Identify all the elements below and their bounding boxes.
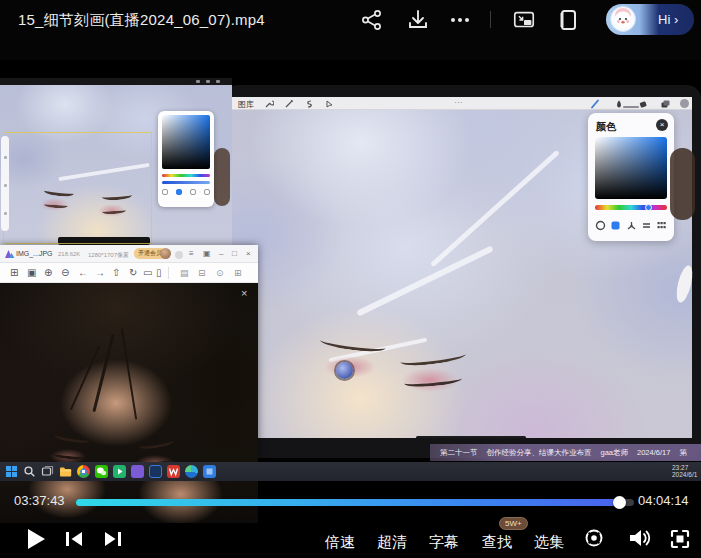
photoshop-icon[interactable]	[149, 465, 162, 478]
fullscreen-icon[interactable]	[668, 527, 692, 551]
eraser-tool-icon[interactable]	[638, 99, 648, 109]
selection-rectangle	[3, 132, 152, 244]
mini-capture-toolbar	[0, 78, 232, 85]
rotate-image-icon[interactable]: ↻	[129, 267, 137, 278]
banner-topic: 创作经验分享、结课大作业布置	[487, 448, 592, 458]
subtitle-button[interactable]: 字幕	[429, 533, 459, 552]
selection-icon[interactable]	[304, 99, 314, 109]
progress-handle[interactable]	[613, 496, 626, 509]
start-button-icon[interactable]	[5, 465, 18, 478]
file-explorer-icon[interactable]	[59, 465, 72, 478]
video-frame[interactable]: 图库 ⋯	[0, 60, 701, 481]
hue-slider[interactable]	[595, 205, 667, 210]
assistant-button[interactable]: Hi ›	[606, 4, 694, 35]
color-panel-close-icon[interactable]: ×	[656, 119, 668, 131]
picture-in-picture-icon[interactable]	[512, 8, 536, 32]
viewer-close-icon[interactable]: ×	[246, 249, 251, 258]
photo-close-icon[interactable]: ×	[241, 287, 247, 299]
download-icon[interactable]	[406, 8, 430, 32]
total-duration: 04:04:14	[638, 493, 689, 508]
edge-icon[interactable]	[185, 465, 198, 478]
mini-color-mode-row	[162, 189, 210, 195]
delete-image-icon[interactable]: ▭	[143, 267, 152, 278]
titlebar-divider	[490, 11, 491, 28]
ocr-icon[interactable]: ⊙	[216, 268, 224, 278]
viewer-user-avatar[interactable]	[160, 248, 171, 259]
panel-drag-handle[interactable]	[623, 106, 639, 108]
red-w-app-icon[interactable]	[167, 465, 180, 478]
progress-bar[interactable]	[76, 499, 634, 506]
episodes-button[interactable]: 选集	[534, 533, 564, 552]
purple-app-icon[interactable]	[131, 465, 144, 478]
layers-icon[interactable]	[660, 99, 670, 109]
next-episode-button[interactable]	[103, 530, 123, 548]
playback-speed-button[interactable]: 倍速	[325, 533, 355, 552]
previous-episode-button[interactable]	[64, 530, 84, 548]
assistant-avatar-icon	[608, 4, 639, 35]
settings-target-icon[interactable]	[583, 527, 605, 549]
taskbar-clock[interactable]: 23:27 2024/6/1	[672, 464, 701, 478]
share-image-icon[interactable]: ⇧	[112, 267, 120, 278]
canvas-more-handle[interactable]: ⋯	[454, 98, 462, 107]
brush-size-sidebar[interactable]	[1, 136, 9, 231]
color-palettes-mode-icon[interactable]	[656, 220, 667, 231]
procreate-gallery-button[interactable]: 图库	[238, 99, 254, 110]
compress-icon[interactable]: ⊟	[198, 268, 206, 278]
transform-arrow-icon[interactable]	[324, 99, 334, 109]
artist-finger	[670, 148, 695, 220]
find-count-badge: 5W+	[499, 517, 528, 530]
color-value-mode-icon[interactable]	[641, 220, 652, 231]
actual-size-icon[interactable]: ▣	[27, 267, 36, 278]
fit-screen-icon[interactable]: ⊞	[10, 267, 18, 278]
banner-teacher: gaa老师	[601, 448, 629, 458]
task-view-icon[interactable]	[41, 465, 54, 478]
edit-list-icon[interactable]: ▤	[180, 268, 189, 278]
next-image-icon[interactable]: →	[95, 267, 105, 278]
color-panel-title: 颜色	[596, 120, 616, 134]
color-panel: 颜色 ×	[588, 113, 674, 241]
volume-icon[interactable]	[626, 525, 652, 551]
viewer-titlebar[interactable]: IMG_...JPG 218.62K 1280*1707像素 开通会员 ≡ ▣ …	[0, 245, 258, 263]
mini-player-icon[interactable]	[556, 8, 580, 32]
share-icon[interactable]	[360, 8, 384, 32]
viewer-sync-icon[interactable]	[175, 251, 183, 259]
saturation-brightness-square[interactable]	[595, 137, 667, 199]
color-disc-mode-icon[interactable]	[595, 220, 606, 231]
viewer-restore-icon[interactable]: ▣	[203, 249, 211, 258]
viewer-menu-icon[interactable]: ≡	[189, 249, 194, 258]
viewer-toolbar: ⊞ ▣ ⊕ ⊖ ← → ⇧ ↻ ▭ ▯ ▤ ⊟ ⊙ ⊞	[0, 263, 258, 283]
mini-color-square	[162, 115, 210, 169]
phone-transfer-icon[interactable]: ▯	[156, 267, 162, 278]
active-color-swatch[interactable]	[680, 99, 689, 108]
color-harmony-mode-icon[interactable]	[626, 220, 637, 231]
actions-wrench-icon[interactable]	[264, 99, 274, 109]
media-player-icon[interactable]	[113, 465, 126, 478]
video-title: 15_细节刻画(直播2024_06_07).mp4	[18, 11, 265, 30]
assistant-label: Hi ›	[658, 12, 678, 27]
current-time: 03:37:43	[14, 493, 65, 508]
viewer-maximize-icon[interactable]: □	[232, 249, 237, 258]
more-icon[interactable]	[448, 8, 472, 32]
blue-app-icon[interactable]	[203, 465, 216, 478]
mini-artist-finger	[214, 148, 230, 206]
windows-taskbar	[0, 462, 701, 481]
more-tools-icon[interactable]: ⊞	[234, 268, 242, 278]
mini-color-panel	[158, 111, 214, 207]
play-button[interactable]	[22, 526, 48, 552]
find-button[interactable]: 查找	[482, 533, 512, 552]
zoom-in-icon[interactable]: ⊕	[44, 267, 52, 278]
lesson-banner: 第二十一节 创作经验分享、结课大作业布置 gaa老师 2024/6/17 第	[430, 444, 701, 461]
viewer-minimize-icon[interactable]: –	[219, 249, 223, 258]
quality-button[interactable]: 超清	[377, 533, 407, 552]
zoom-out-icon[interactable]: ⊖	[61, 267, 69, 278]
wechat-icon[interactable]	[95, 465, 108, 478]
color-mode-tabs	[595, 217, 667, 233]
prev-image-icon[interactable]: ←	[78, 267, 88, 278]
search-icon[interactable]	[23, 465, 36, 478]
clock-time: 23:27	[672, 464, 701, 471]
viewer-app-logo-icon	[4, 249, 15, 259]
brush-tool-icon[interactable]	[590, 99, 600, 109]
color-classic-mode-icon[interactable]	[610, 220, 621, 231]
chrome-icon[interactable]	[77, 465, 90, 478]
adjustments-wand-icon[interactable]	[284, 99, 294, 109]
